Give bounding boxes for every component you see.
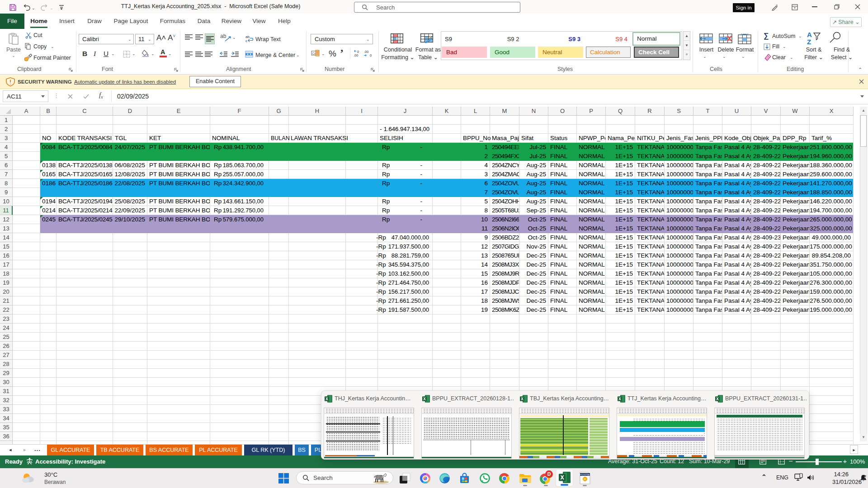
svg-text:0: 0	[370, 53, 372, 57]
svg-text:RP: RP	[584, 478, 586, 480]
svg-text:ab: ab	[245, 35, 250, 39]
svg-text:.00: .00	[364, 50, 368, 54]
svg-text:c: c	[245, 39, 247, 43]
svg-text:Cr: Cr	[312, 52, 316, 55]
svg-text:z: z	[865, 474, 867, 477]
svg-text:BPPU EXTRACT: BPPU EXTRACT	[579, 474, 591, 476]
svg-text:.00: .00	[354, 53, 358, 57]
